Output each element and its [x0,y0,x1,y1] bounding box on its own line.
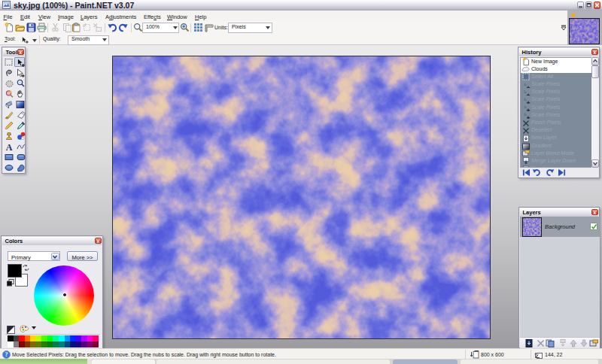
svg-text:?: ? [5,351,8,358]
svg-text:A: A [6,142,13,151]
